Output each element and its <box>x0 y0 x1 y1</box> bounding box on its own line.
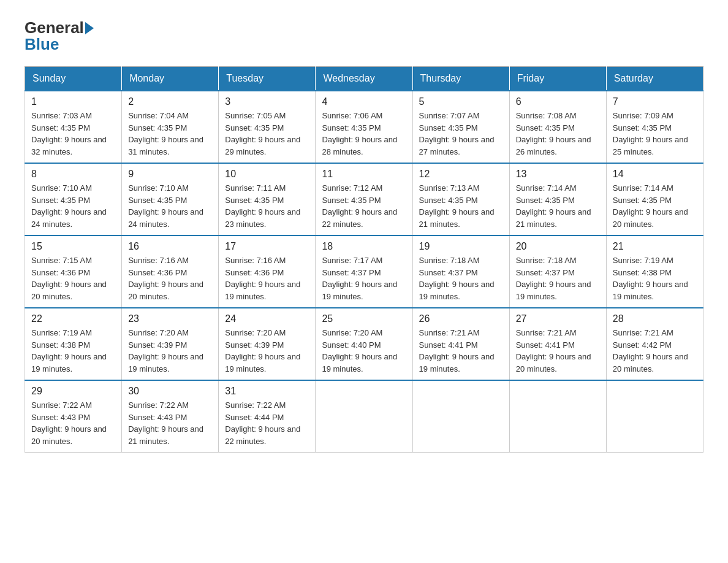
empty-day-cell <box>412 380 509 453</box>
day-cell-31: 31 Sunrise: 7:22 AM Sunset: 4:44 PM Dayl… <box>219 380 316 453</box>
daylight-label: Daylight: 9 hours and 29 minutes. <box>225 135 300 156</box>
calendar-table: SundayMondayTuesdayWednesdayThursdayFrid… <box>25 66 703 453</box>
day-info: Sunrise: 7:21 AM Sunset: 4:41 PM Dayligh… <box>419 327 503 375</box>
sunrise-label: Sunrise: 7:17 AM <box>322 256 382 265</box>
sunset-label: Sunset: 4:41 PM <box>419 340 478 350</box>
weekday-header-thursday: Thursday <box>412 67 509 91</box>
day-info: Sunrise: 7:19 AM Sunset: 4:38 PM Dayligh… <box>613 255 697 302</box>
daylight-label: Daylight: 9 hours and 25 minutes. <box>613 135 688 156</box>
empty-day-cell <box>316 380 412 453</box>
daylight-label: Daylight: 9 hours and 19 minutes. <box>322 280 397 301</box>
sunset-label: Sunset: 4:35 PM <box>613 123 672 132</box>
day-number: 14 <box>613 169 697 180</box>
day-number: 15 <box>31 241 115 252</box>
sunset-label: Sunset: 4:37 PM <box>322 268 381 277</box>
day-info: Sunrise: 7:18 AM Sunset: 4:37 PM Dayligh… <box>419 255 503 302</box>
day-number: 19 <box>419 241 503 252</box>
daylight-label: Daylight: 9 hours and 21 minutes. <box>516 207 591 229</box>
daylight-label: Daylight: 9 hours and 20 minutes. <box>31 280 107 301</box>
sunrise-label: Sunrise: 7:18 AM <box>419 256 480 265</box>
weekday-header-wednesday: Wednesday <box>316 67 412 91</box>
sunset-label: Sunset: 4:35 PM <box>322 123 381 132</box>
sunset-label: Sunset: 4:39 PM <box>225 340 284 350</box>
day-cell-28: 28 Sunrise: 7:21 AM Sunset: 4:42 PM Dayl… <box>606 308 703 380</box>
day-info: Sunrise: 7:22 AM Sunset: 4:43 PM Dayligh… <box>128 399 212 447</box>
day-number: 28 <box>613 313 697 324</box>
sunrise-label: Sunrise: 7:13 AM <box>419 183 480 193</box>
day-info: Sunrise: 7:20 AM Sunset: 4:39 PM Dayligh… <box>128 327 212 375</box>
day-number: 23 <box>128 313 212 324</box>
sunset-label: Sunset: 4:38 PM <box>31 340 90 350</box>
day-info: Sunrise: 7:22 AM Sunset: 4:44 PM Dayligh… <box>225 399 309 447</box>
daylight-label: Daylight: 9 hours and 32 minutes. <box>31 135 107 156</box>
day-cell-6: 6 Sunrise: 7:08 AM Sunset: 4:35 PM Dayli… <box>509 91 606 163</box>
daylight-label: Daylight: 9 hours and 20 minutes. <box>613 207 688 229</box>
sunset-label: Sunset: 4:35 PM <box>516 196 575 205</box>
daylight-label: Daylight: 9 hours and 21 minutes. <box>128 424 203 446</box>
day-number: 24 <box>225 313 309 324</box>
sunset-label: Sunset: 4:35 PM <box>31 196 90 205</box>
sunrise-label: Sunrise: 7:05 AM <box>225 111 286 120</box>
daylight-label: Daylight: 9 hours and 19 minutes. <box>516 280 591 301</box>
calendar-week-row: 1 Sunrise: 7:03 AM Sunset: 4:35 PM Dayli… <box>25 91 703 163</box>
daylight-label: Daylight: 9 hours and 23 minutes. <box>225 207 300 229</box>
day-info: Sunrise: 7:19 AM Sunset: 4:38 PM Dayligh… <box>31 327 115 375</box>
sunrise-label: Sunrise: 7:19 AM <box>613 256 673 265</box>
day-info: Sunrise: 7:05 AM Sunset: 4:35 PM Dayligh… <box>225 110 309 158</box>
day-info: Sunrise: 7:13 AM Sunset: 4:35 PM Dayligh… <box>419 182 503 230</box>
day-cell-17: 17 Sunrise: 7:16 AM Sunset: 4:36 PM Dayl… <box>219 236 316 308</box>
day-cell-23: 23 Sunrise: 7:20 AM Sunset: 4:39 PM Dayl… <box>122 308 219 380</box>
sunrise-label: Sunrise: 7:21 AM <box>419 328 480 337</box>
sunset-label: Sunset: 4:40 PM <box>322 340 381 350</box>
day-info: Sunrise: 7:09 AM Sunset: 4:35 PM Dayligh… <box>613 110 697 158</box>
daylight-label: Daylight: 9 hours and 26 minutes. <box>516 135 591 156</box>
day-cell-24: 24 Sunrise: 7:20 AM Sunset: 4:39 PM Dayl… <box>219 308 316 380</box>
weekday-header-friday: Friday <box>509 67 606 91</box>
day-number: 29 <box>31 386 115 397</box>
sunset-label: Sunset: 4:35 PM <box>31 123 90 132</box>
day-number: 11 <box>322 169 406 180</box>
sunrise-label: Sunrise: 7:10 AM <box>31 183 92 193</box>
sunrise-label: Sunrise: 7:16 AM <box>225 256 286 265</box>
day-number: 4 <box>322 96 406 107</box>
day-info: Sunrise: 7:14 AM Sunset: 4:35 PM Dayligh… <box>516 182 600 230</box>
daylight-label: Daylight: 9 hours and 27 minutes. <box>419 135 495 156</box>
calendar-week-row: 8 Sunrise: 7:10 AM Sunset: 4:35 PM Dayli… <box>25 163 703 236</box>
day-number: 25 <box>322 313 406 324</box>
day-cell-15: 15 Sunrise: 7:15 AM Sunset: 4:36 PM Dayl… <box>25 236 122 308</box>
day-info: Sunrise: 7:20 AM Sunset: 4:40 PM Dayligh… <box>322 327 406 375</box>
day-cell-7: 7 Sunrise: 7:09 AM Sunset: 4:35 PM Dayli… <box>606 91 703 163</box>
day-info: Sunrise: 7:06 AM Sunset: 4:35 PM Dayligh… <box>322 110 406 158</box>
day-info: Sunrise: 7:04 AM Sunset: 4:35 PM Dayligh… <box>128 110 212 158</box>
daylight-label: Daylight: 9 hours and 20 minutes. <box>516 352 591 373</box>
sunset-label: Sunset: 4:37 PM <box>419 268 478 277</box>
sunset-label: Sunset: 4:41 PM <box>516 340 575 350</box>
sunrise-label: Sunrise: 7:18 AM <box>516 256 577 265</box>
day-cell-9: 9 Sunrise: 7:10 AM Sunset: 4:35 PM Dayli… <box>122 163 219 236</box>
sunset-label: Sunset: 4:35 PM <box>419 123 478 132</box>
day-cell-2: 2 Sunrise: 7:04 AM Sunset: 4:35 PM Dayli… <box>122 91 219 163</box>
day-number: 17 <box>225 241 309 252</box>
logo: General Blue <box>25 18 95 54</box>
day-info: Sunrise: 7:15 AM Sunset: 4:36 PM Dayligh… <box>31 255 115 302</box>
daylight-label: Daylight: 9 hours and 19 minutes. <box>225 352 300 373</box>
daylight-label: Daylight: 9 hours and 22 minutes. <box>225 424 300 446</box>
weekday-header-tuesday: Tuesday <box>219 67 316 91</box>
day-cell-25: 25 Sunrise: 7:20 AM Sunset: 4:40 PM Dayl… <box>316 308 412 380</box>
day-cell-12: 12 Sunrise: 7:13 AM Sunset: 4:35 PM Dayl… <box>412 163 509 236</box>
day-cell-3: 3 Sunrise: 7:05 AM Sunset: 4:35 PM Dayli… <box>219 91 316 163</box>
sunrise-label: Sunrise: 7:04 AM <box>128 111 189 120</box>
day-cell-13: 13 Sunrise: 7:14 AM Sunset: 4:35 PM Dayl… <box>509 163 606 236</box>
sunset-label: Sunset: 4:37 PM <box>516 268 575 277</box>
sunrise-label: Sunrise: 7:20 AM <box>322 328 382 337</box>
daylight-label: Daylight: 9 hours and 22 minutes. <box>322 207 397 229</box>
sunset-label: Sunset: 4:35 PM <box>613 196 672 205</box>
day-info: Sunrise: 7:17 AM Sunset: 4:37 PM Dayligh… <box>322 255 406 302</box>
sunrise-label: Sunrise: 7:20 AM <box>128 328 189 337</box>
day-cell-14: 14 Sunrise: 7:14 AM Sunset: 4:35 PM Dayl… <box>606 163 703 236</box>
daylight-label: Daylight: 9 hours and 19 minutes. <box>322 352 397 373</box>
day-cell-26: 26 Sunrise: 7:21 AM Sunset: 4:41 PM Dayl… <box>412 308 509 380</box>
day-cell-8: 8 Sunrise: 7:10 AM Sunset: 4:35 PM Dayli… <box>25 163 122 236</box>
day-info: Sunrise: 7:22 AM Sunset: 4:43 PM Dayligh… <box>31 399 115 447</box>
daylight-label: Daylight: 9 hours and 19 minutes. <box>419 280 495 301</box>
